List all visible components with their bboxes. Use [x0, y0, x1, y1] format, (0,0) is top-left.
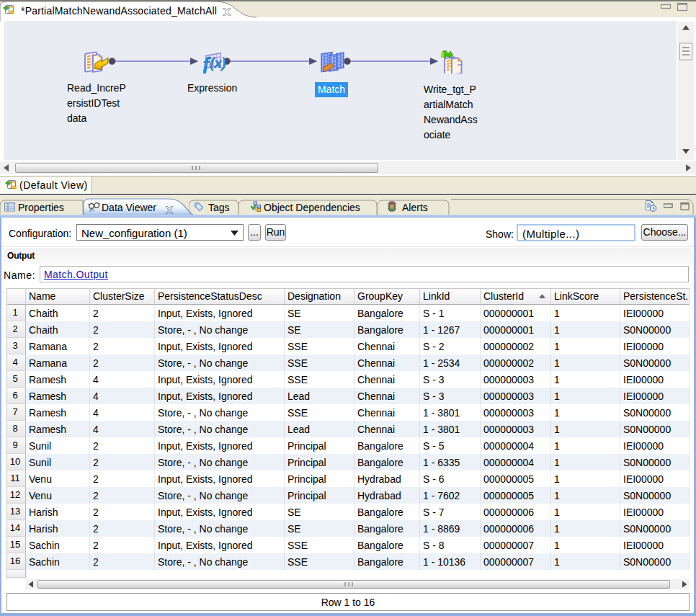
- svg-text:x=: x=: [89, 207, 94, 213]
- svg-text:(x): (x): [210, 55, 226, 71]
